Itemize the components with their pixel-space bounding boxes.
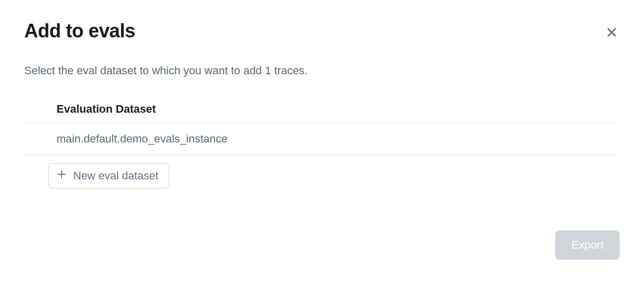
plus-icon: [56, 169, 67, 183]
modal-description: Select the eval dataset to which you wan…: [24, 64, 620, 77]
close-button[interactable]: [604, 24, 620, 42]
table-row[interactable]: main.default.demo_evals_instance: [24, 123, 620, 155]
new-dataset-label: New eval dataset: [73, 169, 158, 182]
new-eval-dataset-button[interactable]: New eval dataset: [48, 163, 169, 188]
new-dataset-row: New eval dataset: [24, 155, 620, 188]
table-header-label: Evaluation Dataset: [57, 103, 156, 115]
table-header-row: Evaluation Dataset: [24, 96, 620, 123]
dataset-name: main.default.demo_evals_instance: [57, 132, 228, 145]
export-button[interactable]: Export: [555, 230, 620, 260]
modal-title: Add to evals: [24, 20, 135, 42]
add-to-evals-modal: Add to evals Select the eval dataset to …: [0, 0, 644, 284]
close-icon: [606, 26, 618, 40]
dataset-table: Evaluation Dataset main.default.demo_eva…: [24, 96, 620, 188]
modal-header: Add to evals: [24, 20, 620, 42]
modal-footer: Export: [555, 230, 620, 260]
